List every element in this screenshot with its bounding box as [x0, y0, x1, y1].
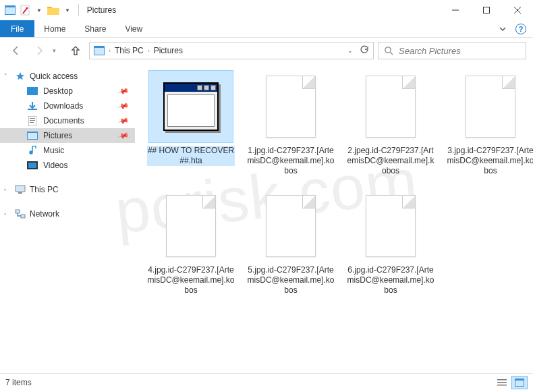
blank-file-icon: [348, 70, 433, 143]
star-icon: [15, 71, 26, 82]
blank-file-icon: [248, 70, 333, 143]
videos-icon: [27, 160, 38, 171]
file-tile[interactable]: 4.jpg.id-C279F237.[ArtemisDC@keemail.me]…: [147, 190, 235, 296]
sidebar-item-label: Videos: [43, 161, 67, 170]
file-label: 4.jpg.id-C279F237.[ArtemisDC@keemail.me]…: [147, 265, 235, 296]
pin-icon: 📌: [117, 85, 130, 97]
help-icon[interactable]: ?: [515, 24, 526, 34]
history-dropdown-icon[interactable]: ▾: [53, 47, 62, 54]
ribbon: File Home Share View ?: [0, 20, 533, 38]
sidebar-item-documents[interactable]: Documents 📌: [0, 113, 135, 128]
svg-rect-19: [16, 186, 25, 192]
explorer-icon[interactable]: [4, 4, 16, 16]
navigation-row: ▾ › This PC › Pictures ⌄ Search Pictures: [0, 38, 533, 63]
blank-file-icon: [448, 70, 533, 143]
svg-rect-1: [5, 7, 15, 14]
crumb-this-pc[interactable]: This PC: [115, 46, 144, 55]
svg-rect-11: [30, 118, 35, 119]
forward-button[interactable]: [30, 41, 49, 60]
file-tile[interactable]: 2.jpeg.id-C279F237.[ArtemisDC@keemail.me…: [347, 70, 434, 176]
pin-icon: 📌: [117, 115, 130, 127]
file-tab[interactable]: File: [0, 20, 34, 37]
pin-icon: 📌: [117, 100, 130, 112]
new-folder-icon[interactable]: [47, 4, 59, 16]
window-controls: [440, 0, 533, 20]
file-tile[interactable]: ## HOW TO RECOVER ##.hta: [147, 70, 235, 176]
properties-icon[interactable]: [19, 4, 31, 16]
file-pane[interactable]: ## HOW TO RECOVER ##.hta1.jpg.id-C279F23…: [135, 63, 533, 373]
refresh-button[interactable]: [360, 45, 369, 57]
sidebar-item-music[interactable]: Music: [0, 143, 135, 158]
quick-access-toolbar: ▼ ▼ Pictures: [0, 4, 116, 16]
file-label: ## HOW TO RECOVER ##.hta: [147, 146, 235, 166]
svg-point-3: [26, 7, 28, 9]
up-button[interactable]: [66, 41, 85, 60]
window-title: Pictures: [84, 5, 116, 15]
pictures-icon: [27, 130, 38, 141]
sidebar-item-label: Desktop: [43, 86, 73, 96]
svg-rect-18: [28, 163, 36, 168]
address-dropdown-icon[interactable]: ⌄: [347, 47, 353, 54]
tab-share[interactable]: Share: [75, 20, 115, 37]
sidebar-item-pictures[interactable]: Pictures 📌: [0, 128, 135, 143]
sidebar-item-desktop[interactable]: Desktop 📌: [0, 84, 135, 99]
music-icon: [27, 145, 38, 156]
sidebar-quick-access[interactable]: ˅ Quick access: [0, 69, 135, 84]
sidebar-item-label: Pictures: [43, 131, 72, 140]
main-region: ˅ Quick access Desktop 📌 Downloads 📌 Doc…: [0, 63, 533, 373]
crumb-separator-icon[interactable]: ›: [107, 47, 112, 54]
svg-rect-13: [30, 122, 34, 123]
svg-point-7: [385, 47, 391, 53]
svg-rect-4: [484, 7, 490, 13]
pin-icon: 📌: [117, 130, 130, 142]
svg-rect-23: [497, 379, 507, 381]
close-button[interactable]: [502, 0, 533, 20]
sidebar-this-pc[interactable]: › This PC: [0, 182, 135, 197]
svg-point-16: [30, 151, 32, 154]
pictures-icon: [94, 46, 105, 55]
blank-file-icon: [248, 190, 333, 262]
crumb-separator-icon[interactable]: ›: [146, 47, 151, 54]
file-tile[interactable]: 3.jpg.id-C279F237.[ArtemisDC@keemail.me]…: [447, 70, 533, 176]
ribbon-expand-icon[interactable]: [499, 23, 506, 35]
maximize-button[interactable]: [471, 0, 502, 20]
sidebar-quick-access-label: Quick access: [30, 72, 78, 81]
svg-rect-25: [497, 385, 507, 386]
file-tile[interactable]: 5.jpg.id-C279F237.[ArtemisDC@keemail.me]…: [247, 190, 335, 296]
minimize-button[interactable]: [440, 0, 471, 20]
search-input[interactable]: Search Pictures: [378, 42, 526, 59]
crumb-pictures[interactable]: Pictures: [154, 46, 183, 55]
this-pc-icon: [15, 184, 26, 195]
sidebar-item-label: Downloads: [43, 101, 83, 111]
details-view-button[interactable]: [494, 376, 510, 389]
qat-customize-icon[interactable]: ▼: [62, 7, 73, 13]
file-tile[interactable]: 6.jpg.id-C279F237.[ArtemisDC@keemail.me]…: [347, 190, 434, 296]
network-icon: [15, 208, 26, 219]
tab-home[interactable]: Home: [34, 20, 75, 37]
status-bar: 7 items: [0, 373, 533, 391]
back-button[interactable]: [7, 41, 26, 60]
file-label: 3.jpg.id-C279F237.[ArtemisDC@keemail.me]…: [447, 146, 533, 176]
svg-rect-20: [18, 192, 22, 194]
large-icons-view-button[interactable]: [511, 376, 528, 389]
address-bar[interactable]: › This PC › Pictures ⌄: [89, 42, 374, 59]
file-grid: ## HOW TO RECOVER ##.hta1.jpg.id-C279F23…: [147, 70, 521, 296]
svg-rect-22: [21, 215, 25, 218]
file-tile[interactable]: 1.jpg.id-C279F237.[ArtemisDC@keemail.me]…: [247, 70, 335, 176]
sidebar-item-downloads[interactable]: Downloads 📌: [0, 99, 135, 113]
item-count-label: 7 items: [5, 378, 32, 387]
navigation-pane: ˅ Quick access Desktop 📌 Downloads 📌 Doc…: [0, 63, 135, 373]
caret-right-icon: ›: [4, 186, 11, 193]
file-label: 5.jpg.id-C279F237.[ArtemisDC@keemail.me]…: [247, 265, 335, 296]
caret-down-icon: ˅: [4, 73, 11, 80]
tab-view[interactable]: View: [115, 20, 152, 37]
sidebar-network[interactable]: › Network: [0, 206, 135, 221]
svg-rect-8: [27, 87, 38, 95]
properties-dropdown-icon[interactable]: ▼: [34, 7, 45, 13]
file-label: 1.jpg.id-C279F237.[ArtemisDC@keemail.me]…: [247, 146, 335, 176]
desktop-icon: [27, 86, 38, 96]
sidebar-item-label: Music: [43, 146, 64, 155]
crumb-root[interactable]: [94, 46, 105, 55]
sidebar-item-videos[interactable]: Videos: [0, 158, 135, 173]
sidebar-network-label: Network: [30, 209, 59, 219]
